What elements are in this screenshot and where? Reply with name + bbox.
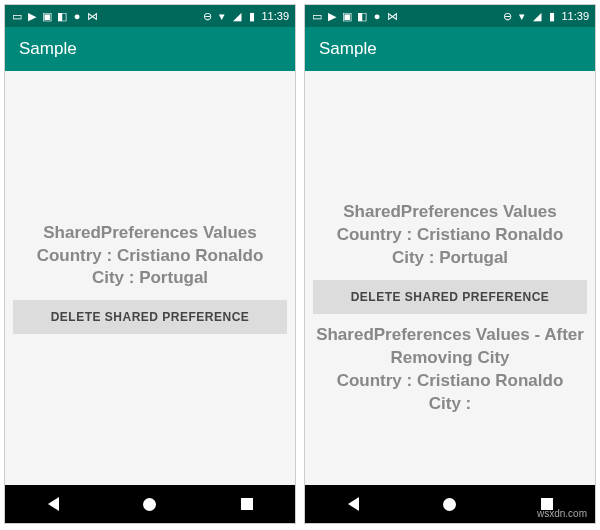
box-icon: ▣ (41, 10, 53, 22)
app-title: Sample (319, 39, 377, 59)
back-icon (348, 497, 359, 511)
delete-shared-preference-button[interactable]: DELETE SHARED PREFERENCE (313, 280, 587, 314)
battery-icon: ▮ (246, 10, 258, 22)
app-title: Sample (19, 39, 77, 59)
after-line-2: Removing City (316, 347, 584, 370)
status-bar: ▭ ▶ ▣ ◧ ● ⋈ ⊖ ▾ ◢ ▮ 11:39 (305, 5, 595, 27)
box-icon: ▣ (341, 10, 353, 22)
phone-left: ▭ ▶ ▣ ◧ ● ⋈ ⊖ ▾ ◢ ▮ 11:39 Sample SharedP… (4, 4, 296, 524)
text-line-3: City : Portugal (37, 267, 264, 290)
message-icon: ▭ (11, 10, 23, 22)
recent-button[interactable] (227, 498, 267, 510)
shared-prefs-after-text: SharedPreferences Values - After Removin… (316, 324, 584, 416)
picture-icon: ◧ (356, 10, 368, 22)
wifi-icon: ▾ (516, 10, 528, 22)
status-left-icons: ▭ ▶ ▣ ◧ ● ⋈ (311, 10, 398, 22)
signal-icon: ◢ (531, 10, 543, 22)
back-button[interactable] (33, 497, 73, 511)
after-line-1: SharedPreferences Values - After (316, 324, 584, 347)
text-line-1: SharedPreferences Values (37, 222, 264, 245)
providers-icon: ⋈ (386, 10, 398, 22)
after-line-3: Country : Cristiano Ronaldo (316, 370, 584, 393)
status-right-icons: ⊖ ▾ ◢ ▮ 11:39 (501, 10, 589, 22)
navigation-bar (5, 485, 295, 523)
back-button[interactable] (333, 497, 373, 511)
after-line-4: City : (316, 393, 584, 416)
text-line-2: Country : Cristiano Ronaldo (337, 224, 564, 247)
status-left-icons: ▭ ▶ ▣ ◧ ● ⋈ (11, 10, 98, 22)
back-icon (48, 497, 59, 511)
providers-icon: ⋈ (86, 10, 98, 22)
recent-icon (241, 498, 253, 510)
shared-prefs-text: SharedPreferences Values Country : Crist… (337, 201, 564, 270)
battery-icon: ▮ (546, 10, 558, 22)
status-time: 11:39 (561, 10, 589, 22)
text-line-1: SharedPreferences Values (337, 201, 564, 224)
play-icon: ▶ (326, 10, 338, 22)
phone-right: ▭ ▶ ▣ ◧ ● ⋈ ⊖ ▾ ◢ ▮ 11:39 Sample SharedP… (304, 4, 596, 524)
dot-icon: ● (71, 10, 83, 22)
text-line-3: City : Portugal (337, 247, 564, 270)
status-time: 11:39 (261, 10, 289, 22)
dnd-icon: ⊖ (201, 10, 213, 22)
watermark: wsxdn.com (537, 508, 587, 519)
text-line-2: Country : Cristiano Ronaldo (37, 245, 264, 268)
app-bar: Sample (305, 27, 595, 71)
content-area: SharedPreferences Values Country : Crist… (5, 71, 295, 485)
status-bar: ▭ ▶ ▣ ◧ ● ⋈ ⊖ ▾ ◢ ▮ 11:39 (5, 5, 295, 27)
wifi-icon: ▾ (216, 10, 228, 22)
play-icon: ▶ (26, 10, 38, 22)
delete-shared-preference-button[interactable]: DELETE SHARED PREFERENCE (13, 300, 287, 334)
dnd-icon: ⊖ (501, 10, 513, 22)
dot-icon: ● (371, 10, 383, 22)
picture-icon: ◧ (56, 10, 68, 22)
status-right-icons: ⊖ ▾ ◢ ▮ 11:39 (201, 10, 289, 22)
home-button[interactable] (430, 498, 470, 511)
signal-icon: ◢ (231, 10, 243, 22)
home-icon (443, 498, 456, 511)
message-icon: ▭ (311, 10, 323, 22)
shared-prefs-text: SharedPreferences Values Country : Crist… (37, 222, 264, 291)
home-button[interactable] (130, 498, 170, 511)
app-bar: Sample (5, 27, 295, 71)
content-area: SharedPreferences Values Country : Crist… (305, 71, 595, 485)
home-icon (143, 498, 156, 511)
